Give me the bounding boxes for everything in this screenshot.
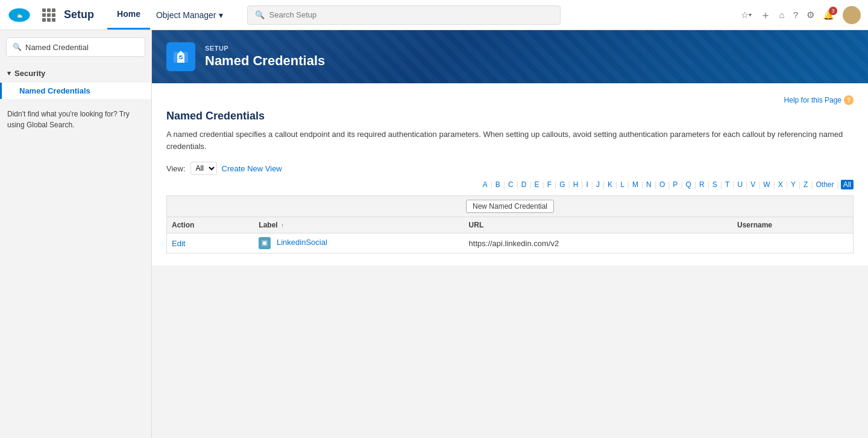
sidebar-not-found-text: Didn't find what you're looking for? Try… [0,101,151,138]
sort-icon[interactable]: ↑ [281,222,284,229]
top-navigation: ⛅ Setup Home Object Manager ▾ 🔍 ☆ ▾ ＋ ⌂ [0,0,868,30]
alpha-z[interactable]: Z [802,180,809,189]
sidebar-section-header-security[interactable]: ▾ Security [0,64,151,83]
sidebar: 🔍 ▾ Security Named Credentials Didn't fi… [0,30,152,438]
chevron-down-icon: ▾ [219,10,223,20]
credential-label-link[interactable]: LinkedinSocial [277,238,327,247]
help-icon-circle[interactable]: ? [844,95,854,105]
alpha-t[interactable]: T [724,180,731,189]
description-text: A named credential specifies a callout e… [166,129,854,152]
view-label: View: [166,164,186,173]
chevron-down-icon: ▾ [7,69,11,77]
alpha-index: A| B| C| D| E| F| G| H| I| J| K| L| M| N… [166,180,854,189]
home-icon[interactable]: ⌂ [779,10,785,20]
alpha-x[interactable]: X [777,180,784,189]
row-url-cell: https://api.linkedin.com/v2 [464,233,732,253]
app-launcher-icon[interactable] [42,8,55,22]
alpha-n[interactable]: N [645,180,653,189]
create-new-view-link[interactable]: Create New View [222,164,282,173]
table-header-row: Action Label ↑ URL Username [167,217,854,233]
svg-point-2 [848,9,856,17]
alpha-m[interactable]: M [631,180,640,189]
table-row: Edit LinkedinSocial https://api.linkedin… [167,233,854,253]
alpha-f[interactable]: F [546,180,553,189]
alpha-k[interactable]: K [606,180,614,189]
table-action-row: New Named Credential [167,196,854,217]
edit-link[interactable]: Edit [172,239,185,248]
main-layout: 🔍 ▾ Security Named Credentials Didn't fi… [0,30,868,438]
alpha-u[interactable]: U [736,180,744,189]
page-header-title: Named Credentials [205,53,325,69]
tab-home[interactable]: Home [107,0,150,30]
sidebar-search-bar: 🔍 [6,37,145,57]
settings-icon[interactable]: ⚙ [807,10,814,21]
col-header-username: Username [732,217,854,233]
record-icon [259,237,271,249]
view-bar: View: All Create New View [166,162,854,175]
credentials-table: New Named Credential Action Label ↑ URL … [166,195,854,253]
notifications-icon[interactable]: 🔔 3 [823,10,834,21]
alpha-g[interactable]: G [558,180,566,189]
help-row: Help for this Page ? [166,95,854,105]
favorites-icon[interactable]: ☆ ▾ [741,10,752,21]
alpha-all[interactable]: All [841,180,854,189]
global-search-input[interactable] [269,10,553,19]
alpha-w[interactable]: W [762,180,771,189]
alpha-other[interactable]: Other [815,180,835,189]
content-area: SETUP Named Credentials Help for this Pa… [152,30,868,438]
alpha-d[interactable]: D [520,180,528,189]
alpha-a[interactable]: A [482,180,489,189]
col-header-action: Action [167,217,254,233]
alpha-r[interactable]: R [698,180,706,189]
alpha-o[interactable]: O [658,180,666,189]
help-icon[interactable]: ? [793,10,798,20]
sidebar-section-security: ▾ Security Named Credentials [0,64,151,99]
salesforce-logo[interactable]: ⛅ [7,7,31,24]
svg-point-6 [263,241,266,245]
nav-tabs: Home Object Manager ▾ [107,0,229,30]
alpha-e[interactable]: E [533,180,541,189]
alpha-q[interactable]: Q [685,180,693,189]
search-icon: 🔍 [255,10,265,19]
row-action-cell: Edit [167,233,254,253]
app-title: Setup [64,8,94,21]
alpha-l[interactable]: L [619,180,626,189]
section-title: Named Credentials [166,110,854,122]
notification-badge: 3 [829,7,837,15]
col-header-label: Label ↑ [254,217,464,233]
page-setup-label: SETUP [205,45,325,52]
alpha-b[interactable]: B [494,180,502,189]
page-header-text: SETUP Named Credentials [205,45,325,69]
sidebar-section-label: Security [14,69,45,78]
user-avatar[interactable] [843,6,861,24]
svg-text:⛅: ⛅ [16,11,23,19]
add-icon[interactable]: ＋ [760,8,771,22]
row-label-cell: LinkedinSocial [254,233,464,253]
alpha-c[interactable]: C [507,180,515,189]
tab-object-manager[interactable]: Object Manager ▾ [150,0,229,30]
page-icon [166,42,195,71]
new-named-credential-button[interactable]: New Named Credential [466,200,554,213]
col-header-url: URL [464,217,732,233]
alpha-v[interactable]: V [749,180,756,189]
top-nav-actions: ☆ ▾ ＋ ⌂ ? ⚙ 🔔 3 [741,6,861,24]
sidebar-search-icon: 🔍 [13,43,22,51]
alpha-p[interactable]: P [671,180,679,189]
alpha-y[interactable]: Y [790,180,797,189]
main-content-area: Help for this Page ? Named Credentials A… [152,83,868,265]
view-select[interactable]: All [190,162,217,175]
alpha-s[interactable]: S [711,180,719,189]
page-header-banner: SETUP Named Credentials [152,30,868,83]
sidebar-search-input[interactable] [25,43,139,52]
help-for-page-link[interactable]: Help for this Page [784,96,841,104]
global-search-bar: 🔍 [247,5,561,25]
row-username-cell [732,233,854,253]
alpha-i[interactable]: I [585,180,589,189]
sidebar-item-named-credentials[interactable]: Named Credentials [0,83,151,99]
svg-point-3 [846,17,858,24]
alpha-j[interactable]: J [595,180,601,189]
alpha-h[interactable]: H [572,180,580,189]
